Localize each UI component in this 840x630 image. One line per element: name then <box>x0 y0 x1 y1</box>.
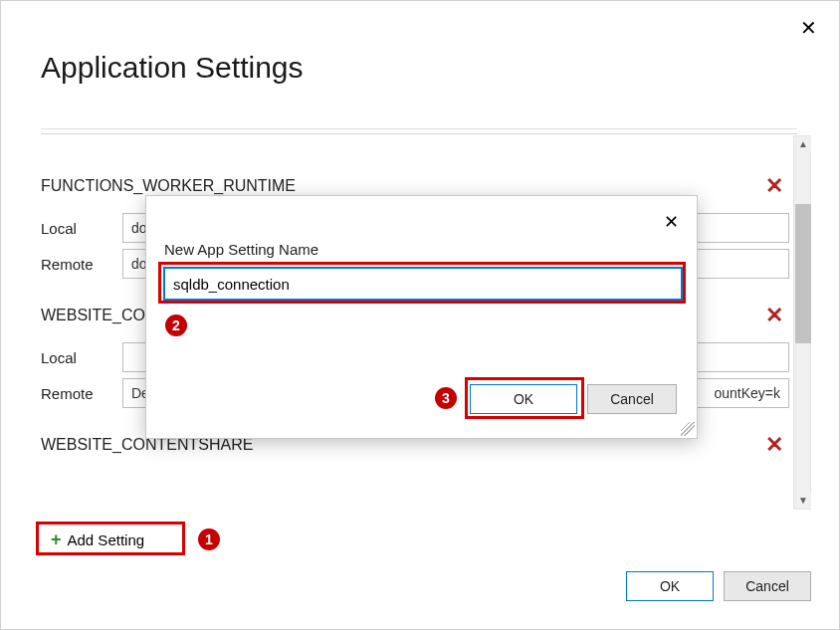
delete-setting-icon[interactable]: ✕ <box>759 303 789 328</box>
page-title: Application Settings <box>41 51 839 85</box>
new-setting-dialog: ✕ New App Setting Name OK Cancel <box>145 195 698 439</box>
new-setting-label: New App Setting Name <box>164 241 318 258</box>
scroll-up-icon[interactable]: ▲ <box>795 136 811 152</box>
field-label-local: Local <box>41 349 110 366</box>
plus-icon: + <box>51 530 62 548</box>
dialog-close-icon[interactable]: ✕ <box>664 211 679 233</box>
scroll-thumb[interactable] <box>795 204 811 343</box>
callout-badge-1: 1 <box>198 528 220 550</box>
dialog-button-row: OK Cancel <box>626 571 811 601</box>
setting-name: WEBSITE_CON <box>41 308 156 323</box>
remote-value-suffix: ountKey=k <box>714 379 780 407</box>
inner-cancel-button[interactable]: Cancel <box>587 384 677 414</box>
delete-setting-icon[interactable]: ✕ <box>759 432 789 458</box>
add-setting-button[interactable]: + Add Setting <box>41 525 154 554</box>
field-label-remote: Remote <box>41 385 110 402</box>
add-setting-label: Add Setting <box>68 531 145 548</box>
delete-setting-icon[interactable]: ✕ <box>759 173 789 199</box>
divider <box>41 128 797 134</box>
new-setting-name-input[interactable] <box>164 268 682 300</box>
setting-name: WEBSITE_CONTENTSHARE <box>41 437 253 453</box>
ok-button[interactable]: OK <box>626 571 714 601</box>
scrollbar[interactable]: ▲ ▼ <box>793 135 811 510</box>
setting-name: FUNCTIONS_WORKER_RUNTIME <box>41 178 296 194</box>
inner-button-row: OK Cancel <box>470 384 677 414</box>
resize-grip-icon[interactable] <box>681 422 695 436</box>
scroll-down-icon[interactable]: ▼ <box>795 493 811 509</box>
field-label-local: Local <box>41 220 110 237</box>
field-label-remote: Remote <box>41 256 110 273</box>
inner-ok-button[interactable]: OK <box>470 384 577 414</box>
cancel-button[interactable]: Cancel <box>724 571 811 601</box>
close-icon[interactable]: ✕ <box>800 16 817 40</box>
